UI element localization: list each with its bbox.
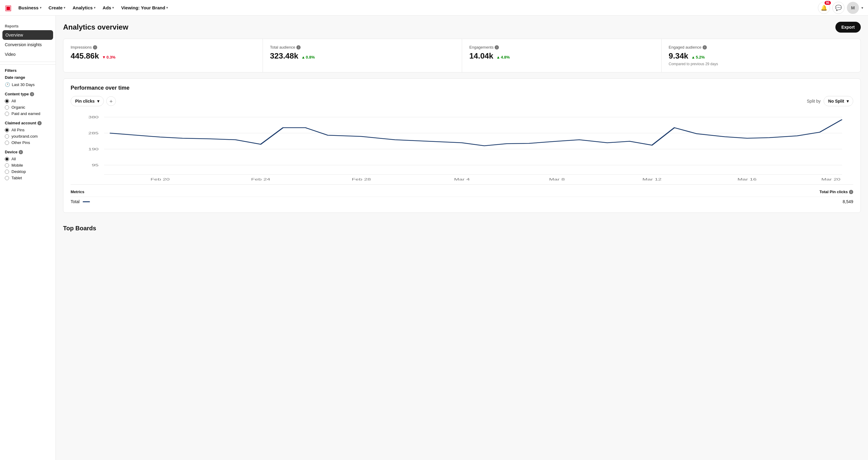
- svg-text:380: 380: [88, 115, 99, 119]
- svg-text:190: 190: [88, 147, 99, 151]
- chart-title: Performance over time: [71, 85, 853, 91]
- arrow-down-icon: ▼: [102, 55, 106, 59]
- chevron-down-icon: ▾: [94, 6, 95, 9]
- engaged-audience-value-row: 9.34k ▲ 5.2%: [669, 51, 854, 61]
- plus-icon: ＋: [108, 97, 114, 105]
- chevron-down-icon[interactable]: ▾: [861, 6, 863, 10]
- arrow-up-icon: ▲: [301, 55, 305, 59]
- sidebar-conversion-label: Conversion insights: [5, 42, 42, 47]
- date-range-value[interactable]: 🕐 Last 30 Days: [5, 82, 51, 87]
- info-icon[interactable]: i: [37, 121, 42, 125]
- sidebar-item-conversion[interactable]: Conversion insights: [0, 40, 56, 50]
- metrics-table: Metrics Total Pin clicks i Total 8,549: [71, 184, 853, 207]
- content-type-options: All Organic Paid and earned: [5, 99, 51, 116]
- info-icon[interactable]: i: [849, 190, 853, 194]
- compared-note: Compared to previous 29 days: [669, 62, 854, 66]
- info-icon[interactable]: i: [19, 150, 23, 154]
- sidebar: Reports Overview Conversion insights Vid…: [0, 16, 56, 460]
- metrics-total-value: 8,549: [843, 199, 853, 204]
- filters-section: Filters Date range 🕐 Last 30 Days Conten…: [0, 64, 56, 189]
- total-pin-clicks-label: Total Pin clicks i: [819, 189, 853, 194]
- notifications-button[interactable]: 🔔 95: [818, 2, 830, 14]
- export-button[interactable]: Export: [835, 22, 861, 33]
- claimed-account-label: Claimed account i: [5, 121, 51, 125]
- nav-business[interactable]: Business ▾: [16, 3, 44, 12]
- sidebar-video-label: Video: [5, 52, 16, 57]
- svg-text:95: 95: [92, 163, 99, 167]
- nav-analytics-label: Analytics: [72, 5, 93, 10]
- chart-section: Performance over time Pin clicks ▾ ＋ Spl…: [63, 79, 861, 213]
- chevron-down-icon: ▾: [166, 6, 168, 9]
- nav-analytics[interactable]: Analytics ▾: [69, 3, 98, 12]
- claimed-other-pins[interactable]: Other Pins: [5, 140, 51, 145]
- info-icon[interactable]: i: [495, 45, 499, 50]
- device-desktop[interactable]: Desktop: [5, 169, 51, 174]
- sidebar-item-overview[interactable]: Overview: [2, 30, 53, 40]
- chevron-down-icon: ▾: [112, 6, 114, 9]
- messages-button[interactable]: 💬: [832, 2, 844, 14]
- stat-engagements: Engagements i 14.04k ▲ 4.8%: [462, 39, 661, 72]
- info-icon[interactable]: i: [93, 45, 97, 50]
- metric-dropdown[interactable]: Pin clicks ▾: [71, 96, 104, 106]
- stat-engaged-audience: Engaged audience i 9.34k ▲ 5.2% Compared…: [661, 39, 861, 72]
- svg-text:Feb 28: Feb 28: [351, 178, 371, 181]
- total-audience-change: ▲ 0.8%: [301, 55, 315, 59]
- date-range-label: Date range: [5, 75, 51, 80]
- nav-viewing-brand[interactable]: Viewing: Your Brand ▾: [118, 3, 171, 12]
- main-content: Analytics overview Export Impressions i …: [56, 16, 868, 460]
- content-type-paid[interactable]: Paid and earned: [5, 112, 51, 116]
- stat-total-audience: Total audience i 323.48k ▲ 0.8%: [263, 39, 462, 72]
- svg-text:Mar 12: Mar 12: [643, 178, 661, 181]
- sidebar-overview-label: Overview: [5, 33, 23, 37]
- metrics-line-indicator: [83, 201, 90, 202]
- pinterest-logo[interactable]: ▣: [5, 4, 12, 12]
- split-dropdown[interactable]: No Split ▾: [824, 96, 853, 106]
- info-icon[interactable]: i: [30, 92, 34, 96]
- message-icon: 💬: [835, 4, 842, 11]
- info-icon[interactable]: i: [703, 45, 707, 50]
- arrow-up-icon: ▲: [691, 55, 695, 59]
- svg-text:Mar 8: Mar 8: [549, 178, 565, 181]
- svg-text:Mar 20: Mar 20: [821, 178, 840, 181]
- nav-brand-label: Viewing: Your Brand: [121, 5, 165, 10]
- device-mobile[interactable]: Mobile: [5, 163, 51, 167]
- svg-text:285: 285: [88, 131, 99, 135]
- content-type-all[interactable]: All: [5, 99, 51, 103]
- nav-create[interactable]: Create ▾: [45, 3, 68, 12]
- claimed-yourbrand[interactable]: yourbrand.com: [5, 134, 51, 139]
- page-title: Analytics overview: [63, 23, 128, 31]
- total-audience-value-row: 323.48k ▲ 0.8%: [270, 51, 455, 61]
- engagements-label: Engagements i: [469, 45, 654, 50]
- claimed-all-pins[interactable]: All Pins: [5, 128, 51, 132]
- total-audience-value: 323.48k: [270, 51, 299, 61]
- topnav-items: Business ▾ Create ▾ Analytics ▾ Ads ▾ Vi…: [16, 3, 818, 12]
- chart-controls: Pin clicks ▾ ＋ Split by No Split ▾: [71, 96, 853, 106]
- performance-chart: 380 285 190 95 Feb 20 Feb 24 Feb 28 Mar …: [71, 111, 853, 184]
- engagements-value: 14.04k: [469, 51, 493, 61]
- device-all[interactable]: All: [5, 157, 51, 161]
- nav-ads[interactable]: Ads ▾: [100, 3, 117, 12]
- content-type-organic[interactable]: Organic: [5, 105, 51, 110]
- impressions-label: Impressions i: [71, 45, 255, 50]
- device-tablet[interactable]: Tablet: [5, 176, 51, 180]
- stats-row: Impressions i 445.86k ▼ 0.3% Total audie…: [63, 39, 861, 72]
- split-by-control: Split by No Split ▾: [807, 96, 853, 106]
- user-avatar[interactable]: M: [847, 2, 859, 14]
- nav-business-label: Business: [19, 5, 39, 10]
- info-icon[interactable]: i: [297, 45, 301, 50]
- avatar-letter: M: [851, 5, 855, 10]
- impressions-value: 445.86k: [71, 51, 99, 61]
- svg-text:Feb 20: Feb 20: [151, 178, 169, 181]
- nav-create-label: Create: [49, 5, 63, 10]
- metrics-col-label: Metrics: [71, 189, 85, 194]
- clock-icon: 🕐: [5, 82, 10, 87]
- split-by-label: Split by: [807, 99, 820, 103]
- add-metric-button[interactable]: ＋: [106, 96, 116, 106]
- metrics-total-row: Total 8,549: [71, 196, 853, 207]
- main-layout: Reports Overview Conversion insights Vid…: [0, 16, 868, 460]
- top-boards-title: Top Boards: [63, 219, 861, 236]
- chevron-down-icon: ▾: [64, 6, 65, 9]
- chevron-down-icon: ▾: [846, 99, 849, 103]
- sidebar-item-video[interactable]: Video: [0, 50, 56, 59]
- impressions-value-row: 445.86k ▼ 0.3%: [71, 51, 255, 61]
